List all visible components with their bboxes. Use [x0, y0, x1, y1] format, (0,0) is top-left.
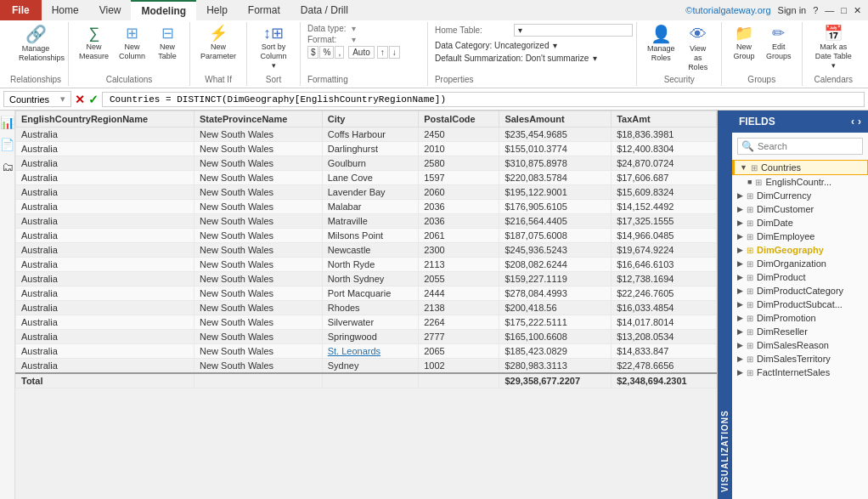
sign-in-button[interactable]: Sign in: [778, 5, 807, 15]
search-box[interactable]: 🔍: [737, 138, 863, 155]
new-parameter-button[interactable]: ⚡ NewParameter: [197, 24, 240, 63]
home-table-dropdown[interactable]: ▾: [514, 24, 633, 37]
table-row: AustraliaNew South WalesSilverwater2264$…: [16, 315, 717, 330]
data-category-arrow[interactable]: ▾: [553, 41, 557, 50]
auto-dropdown[interactable]: Auto: [348, 46, 375, 59]
table-cell: 2264: [419, 315, 499, 330]
help-tab[interactable]: Help: [196, 0, 238, 20]
table-cell: Australia: [16, 359, 194, 374]
view-as-roles-button[interactable]: 👁 View asRoles: [681, 24, 714, 73]
groups-items: 📁 NewGroup ✏ EditGroups: [729, 24, 795, 73]
sort-items: ↕⊞ Sort byColumn ▾: [254, 24, 293, 73]
formula-confirm-icon[interactable]: ✓: [88, 93, 99, 106]
col-header-state: StateProvinceName: [194, 111, 323, 128]
table-cell: Australia: [16, 243, 194, 258]
search-input[interactable]: [758, 141, 859, 151]
table-selector-value: Countries: [9, 94, 49, 105]
formatting-group: Data type: ▾ Format: ▾ $ % , Auto ↑: [301, 22, 428, 86]
window-close[interactable]: ✕: [854, 5, 861, 16]
field-item[interactable]: ▶⊞DimGeography: [732, 243, 868, 257]
field-item[interactable]: ▶⊞DimPromotion: [732, 311, 868, 325]
field-expand-arrow: ▶: [737, 354, 743, 363]
fields-arrow-left[interactable]: ‹: [851, 116, 854, 128]
table-cell: Australia: [16, 142, 194, 156]
manage-roles-button[interactable]: 👤 ManageRoles: [644, 24, 678, 65]
currency-button[interactable]: $: [307, 46, 319, 59]
fields-arrow-right[interactable]: ›: [858, 116, 861, 128]
field-expand-arrow: ▶: [737, 368, 743, 377]
window-restore[interactable]: □: [841, 5, 847, 15]
increase-decimals-button[interactable]: ↑: [377, 46, 388, 59]
table-cell: Coffs Harbour: [322, 128, 418, 142]
format-dropdown[interactable]: ▾: [352, 35, 356, 44]
help-icon[interactable]: ?: [813, 5, 818, 15]
field-item[interactable]: ▶⊞DimOrganization: [732, 257, 868, 270]
field-expand-arrow: ▶: [737, 232, 743, 241]
table-cell: Australia: [16, 229, 194, 243]
data-view-icon[interactable]: 📊: [0, 114, 16, 131]
report-view-icon[interactable]: 📄: [0, 136, 16, 153]
auto-selector[interactable]: Auto: [348, 46, 375, 59]
properties-controls: Home Table: ▾ Data Category: Uncategoriz…: [435, 24, 633, 63]
mark-as-date-table-icon: 📅: [824, 26, 843, 41]
home-tab[interactable]: Home: [42, 0, 89, 20]
new-group-button[interactable]: 📁 NewGroup: [729, 24, 759, 63]
field-item-name: DimProductCategory: [757, 286, 843, 296]
table-cell: New South Wales: [194, 229, 323, 243]
decrease-decimals-button[interactable]: ↓: [389, 46, 400, 59]
field-expand-arrow: ▶: [737, 246, 743, 254]
field-item[interactable]: ▶⊞FactInternetSales: [732, 366, 868, 379]
field-item[interactable]: ▶⊞DimProductCategory: [732, 284, 868, 298]
increment-buttons: ↑ ↓: [377, 46, 400, 59]
sort-by-column-button[interactable]: ↕⊞ Sort byColumn ▾: [254, 24, 293, 71]
new-table-button[interactable]: ⊟ NewTable: [152, 24, 183, 63]
manage-relationships-button[interactable]: 🔗 ManageRelationships: [15, 24, 56, 65]
window-minimize[interactable]: —: [825, 5, 834, 15]
percent-button[interactable]: %: [319, 46, 334, 59]
total-empty-state: [194, 373, 323, 388]
field-item[interactable]: ▶⊞DimCustomer: [732, 202, 868, 216]
table-cell: Goulburn: [322, 156, 418, 171]
table-scroll[interactable]: EnglishCountryRegionName StateProvinceNa…: [15, 111, 717, 499]
table-selector[interactable]: Countries ▾: [3, 91, 71, 107]
view-as-roles-icon: 👁: [690, 26, 707, 43]
new-measure-button[interactable]: ∑ NewMeasure: [76, 24, 112, 63]
formula-bar: Countries ▾ ✕ ✓ Countries = DISTINCT(Dim…: [0, 88, 868, 111]
manage-roles-icon: 👤: [651, 26, 672, 43]
field-item-name: DimPromotion: [757, 313, 816, 323]
formula-input[interactable]: Countries = DISTINCT(DimGeography[Englis…: [102, 92, 865, 107]
table-cell: $12,400.8304: [612, 142, 717, 156]
comma-button[interactable]: ,: [335, 46, 344, 59]
field-item[interactable]: ▶⊞DimSalesTerritory: [732, 352, 868, 366]
field-item[interactable]: ▶⊞DimDate: [732, 216, 868, 230]
mark-as-date-table-button[interactable]: 📅 Mark asDate Table ▾: [809, 24, 858, 71]
field-item[interactable]: ▶⊞DimReseller: [732, 325, 868, 338]
field-item[interactable]: ▶⊞DimProduct: [732, 270, 868, 284]
data-type-dropdown[interactable]: ▾: [352, 24, 356, 33]
data-drill-tab[interactable]: Data / Drill: [290, 0, 358, 20]
format-number-row: $ % , Auto ↑ ↓: [307, 46, 420, 59]
field-item[interactable]: ▶⊞DimProductSubcat...: [732, 298, 868, 311]
field-item[interactable]: ■⊞EnglishCountr...: [732, 175, 868, 189]
model-view-icon[interactable]: 🗂: [0, 158, 15, 175]
format-tab[interactable]: Format: [238, 0, 290, 20]
view-tab[interactable]: View: [89, 0, 132, 20]
field-item[interactable]: ▶⊞DimSalesReason: [732, 338, 868, 352]
modeling-tab[interactable]: Modeling: [131, 0, 196, 20]
field-item[interactable]: ▼⊞Countries: [732, 160, 868, 175]
field-item[interactable]: ▶⊞DimCurrency: [732, 189, 868, 202]
field-table-icon: ⊞: [747, 218, 753, 228]
file-tab[interactable]: File: [0, 0, 42, 20]
table-cell: Silverwater: [322, 315, 418, 330]
table-body: AustraliaNew South WalesCoffs Harbour245…: [16, 128, 717, 374]
new-column-button[interactable]: ⊞ NewColumn: [116, 24, 149, 63]
table-row: AustraliaNew South WalesLavender Bay2060…: [16, 185, 717, 200]
visualizations-tab[interactable]: VISUALIZATIONS: [718, 111, 732, 499]
summarization-arrow[interactable]: ▾: [593, 54, 597, 63]
edit-groups-button[interactable]: ✏ EditGroups: [763, 24, 795, 63]
formula-cancel-icon[interactable]: ✕: [75, 93, 85, 106]
calculations-group-label: Calculations: [106, 73, 152, 84]
fields-title: FIELDS: [739, 116, 775, 128]
field-item[interactable]: ▶⊞DimEmployee: [732, 230, 868, 243]
field-item-name: DimEmployee: [757, 231, 814, 241]
